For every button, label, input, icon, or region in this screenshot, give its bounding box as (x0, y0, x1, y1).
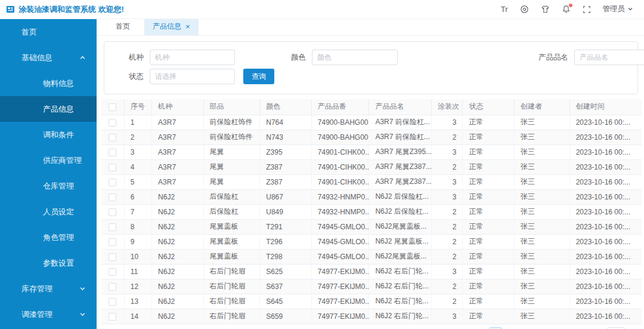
select-all-checkbox[interactable] (109, 103, 116, 111)
table-row[interactable]: 2 A3R7 前保险杠饰件 N743 74900-BAHG00... A3R7 … (101, 130, 642, 144)
sidebar-item-9[interactable]: 参数设置 (0, 250, 97, 276)
cell-part: 尾翼 (203, 159, 260, 174)
fullscreen-icon[interactable] (583, 5, 591, 14)
color-input[interactable] (312, 50, 398, 65)
cell-product-name: N6J2 后保险杠... (369, 189, 432, 204)
row-checkbox[interactable] (109, 268, 116, 276)
table-row[interactable]: 8 N6J2 尾翼盖板 T291 74945-GMLO0... N6J2尾翼盖板… (101, 219, 642, 234)
cell-machine: N6J2 (152, 189, 204, 204)
cell-no: 8 (124, 219, 151, 234)
row-checkbox[interactable] (109, 283, 116, 291)
cell-creator: 张三 (515, 174, 570, 189)
cell-created-time: 2023-10-16 00:... (569, 115, 642, 130)
cell-no: 4 (124, 159, 151, 174)
page-button-3[interactable]: 3 (489, 327, 502, 329)
page-button-4[interactable]: 4 (504, 327, 518, 329)
row-checkbox[interactable] (109, 208, 116, 216)
sidebar-item-11[interactable]: 调漆管理 (0, 302, 97, 327)
row-checkbox[interactable] (109, 119, 116, 127)
page-button-7[interactable]: 7 (551, 327, 564, 329)
table-row[interactable]: 1 A3R7 前保险杠饰件 N764 74900-BAHG00... A3R7 … (101, 115, 642, 130)
sidebar-item-4[interactable]: 调和条件 (0, 122, 97, 147)
cell-product-number: 74977-EKIJM0... (311, 264, 369, 279)
tab-home[interactable]: 首页 (110, 19, 136, 35)
row-checkbox[interactable] (109, 164, 116, 171)
sidebar-item-0[interactable]: 首页 (0, 19, 97, 45)
sidebar-item-2[interactable]: 物料信息 (0, 70, 97, 96)
cell-creator: 张三 (515, 294, 570, 309)
page-button-2[interactable]: 2 (473, 327, 487, 329)
row-checkbox-cell (101, 249, 124, 264)
page-button-1[interactable]: 1 (458, 327, 471, 329)
status-select[interactable] (150, 69, 235, 84)
table-row[interactable]: 9 N6J2 尾翼盖板 T296 74945-GMLO0... N6J2 尾翼盖… (101, 234, 642, 249)
sidebar-item-3[interactable]: 产品信息 (0, 96, 97, 122)
row-checkbox[interactable] (109, 193, 116, 201)
row-checkbox[interactable] (109, 238, 116, 246)
row-checkbox[interactable] (109, 313, 116, 321)
select-all-cell (101, 99, 124, 115)
row-checkbox[interactable] (109, 223, 116, 231)
table-row[interactable]: 11 N6J2 右后门轮眉 S625 74977-EKIJM0... N6J2 … (101, 264, 642, 279)
tab-product-info[interactable]: 产品信息 × (144, 19, 199, 35)
cell-no: 9 (124, 234, 151, 249)
machine-type-input[interactable] (150, 50, 235, 65)
cell-product-number: 74977-EKIJM0... (311, 309, 369, 324)
sidebar-item-10[interactable]: 库存管理 (0, 276, 97, 302)
cell-paint-times: 2 (432, 249, 463, 264)
table-row[interactable]: 12 N6J2 右后门轮眉 S637 74977-EKIJM0... N6J2 … (101, 279, 642, 294)
row-checkbox[interactable] (109, 134, 116, 142)
cell-part: 右后门轮眉 (203, 294, 260, 309)
table-row[interactable]: 14 N6J2 右后门轮眉 S659 74977-EKIJM0... N6J2 … (101, 309, 642, 324)
sidebar-item-7[interactable]: 人员设定 (0, 199, 97, 225)
page-button-6[interactable]: 6 (535, 327, 549, 329)
top-header: 涂装油漆调和监管系统 欢迎您! Tr 管理员 (0, 0, 644, 19)
table-row[interactable]: 10 N6J2 尾翼盖板 T298 74945-GMLO0... N6J2尾翼盖… (101, 249, 642, 264)
query-button[interactable]: 查询 (243, 69, 274, 84)
sidebar-item-8[interactable]: 角色管理 (0, 225, 97, 250)
sidebar-item-1[interactable]: 基础信息 (0, 45, 97, 70)
cell-color: T291 (260, 219, 312, 234)
close-icon[interactable]: × (185, 23, 190, 30)
cell-paint-times: 3 (432, 189, 463, 204)
row-checkbox-cell (101, 144, 124, 159)
sidebar-item-6[interactable]: 仓库管理 (0, 173, 97, 199)
sidebar-item-label: 仓库管理 (43, 181, 74, 192)
cell-product-name: A3R7 前保险杠... (369, 130, 432, 144)
user-menu[interactable]: 管理员 (603, 4, 634, 14)
table-row[interactable]: 3 A3R7 尾翼 Z395 74901-CIHK00... A3R7 尾翼Z3… (101, 144, 642, 159)
table-row[interactable]: 6 N6J2 后保险杠 U867 74932-HNMP0... N6J2 后保险… (101, 189, 642, 204)
cell-color: T298 (260, 249, 312, 264)
table-row[interactable]: 7 N6J2 后保险杠 U849 74932-HNMP0... N6J2 后保险… (101, 204, 642, 219)
cell-status: 正常 (463, 115, 515, 130)
app-title: 涂装油漆调和监管系统 欢迎您! (18, 4, 124, 15)
cell-product-name: N6J2 右后门轮... (369, 279, 432, 294)
status-field: 状态 (107, 69, 235, 84)
table-row[interactable]: 13 N6J2 右后门轮眉 S645 74977-EKIJM0... N6J2 … (101, 294, 642, 309)
cell-paint-times: 2 (432, 204, 463, 219)
row-checkbox[interactable] (109, 149, 116, 156)
theme-icon[interactable] (541, 5, 550, 14)
cell-created-time: 2023-10-16 00:... (569, 204, 642, 219)
row-checkbox[interactable] (109, 179, 116, 186)
cell-created-time: 2023-10-16 00:... (569, 249, 642, 264)
prev-page-button[interactable] (441, 327, 453, 329)
page-button-5[interactable]: 5 (520, 327, 533, 329)
table-row[interactable]: 4 A3R7 尾翼 Z387 74901-CIHK00... A3R7 尾翼Z3… (101, 159, 642, 174)
row-checkbox[interactable] (109, 298, 116, 306)
help-icon[interactable] (520, 5, 529, 14)
goto-page-input[interactable] (607, 327, 625, 329)
app-logo-icon (6, 5, 15, 14)
font-size-icon[interactable]: Tr (501, 5, 508, 14)
sidebar-item-5[interactable]: 供应商管理 (0, 147, 97, 173)
col-part: 部品 (203, 99, 260, 115)
color-field: 颜色 (269, 50, 398, 65)
tab-label: 产品信息 (153, 21, 181, 32)
cell-part: 后保险杠 (203, 204, 260, 219)
notification-bell-icon[interactable] (562, 5, 571, 14)
pagination: 共 131 条记录 20条/页 ▾ 1234567 前往 页 (100, 324, 640, 329)
row-checkbox[interactable] (109, 253, 116, 261)
table-row[interactable]: 5 A3R7 尾翼 Z387 74901-CIHK00... A3R7 尾翼Z3… (101, 174, 642, 189)
next-page-button[interactable] (569, 327, 581, 329)
product-name-input[interactable] (574, 50, 644, 65)
